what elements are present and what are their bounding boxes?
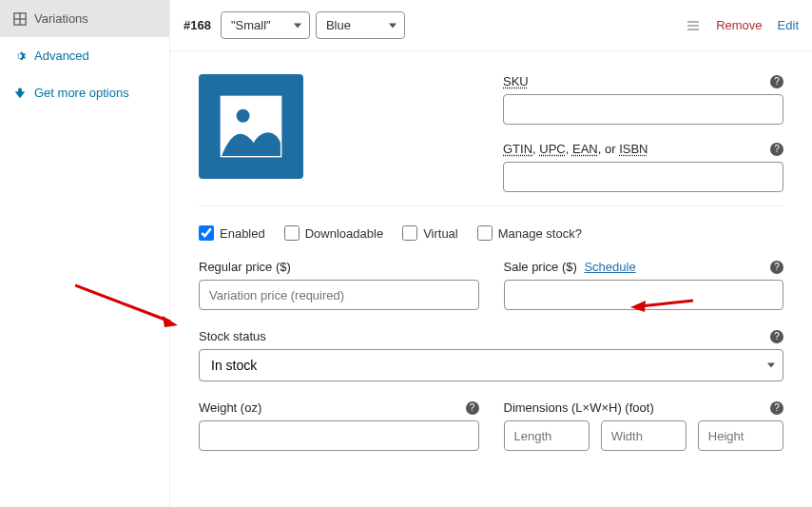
top-row: SKU ? GTIN, UPC, EAN, or ISBN ? <box>199 74 783 192</box>
sku-label-row: SKU ? <box>503 74 783 88</box>
svg-line-11 <box>640 301 693 306</box>
gear-icon <box>13 49 27 63</box>
top-fields: SKU ? GTIN, UPC, EAN, or ISBN ? <box>351 74 783 192</box>
regular-price-label: Regular price ($) <box>199 260 291 274</box>
sale-price-label: Sale price ($) <box>504 260 577 274</box>
enabled-label: Enabled <box>220 226 265 241</box>
annotation-arrow-left <box>75 276 189 333</box>
stock-status-field: Stock status ? In stock <box>199 329 783 381</box>
stock-status-label-row: Stock status ? <box>199 329 783 343</box>
extensions-icon <box>13 87 27 100</box>
weight-input[interactable] <box>199 420 479 451</box>
manage-stock-label: Manage stock? <box>498 226 582 241</box>
dimensions-label-row: Dimensions (L×W×H) (foot) ? <box>504 400 784 415</box>
schedule-link[interactable]: Schedule <box>584 260 635 274</box>
variation-image-upload[interactable] <box>199 74 303 179</box>
variation-header: #168 "Small" Blue Remove Edit <box>170 0 812 51</box>
enabled-checkbox[interactable] <box>199 225 214 241</box>
help-icon[interactable]: ? <box>770 75 783 88</box>
downloadable-label: Downloadable <box>305 226 383 241</box>
attribute2-select-wrap: Blue <box>316 11 405 39</box>
attribute1-select[interactable]: "Small" <box>221 11 310 39</box>
height-input[interactable] <box>698 420 783 451</box>
sku-label: SKU <box>503 74 529 88</box>
downloadable-checkbox[interactable] <box>284 225 300 241</box>
weight-label: Weight (oz) <box>199 400 261 415</box>
weight-label-row: Weight (oz) ? <box>199 400 479 415</box>
sidebar-item-label: Variations <box>34 11 88 26</box>
variation-id: #168 <box>184 18 211 32</box>
virtual-checkbox[interactable] <box>402 225 417 241</box>
variation-body: SKU ? GTIN, UPC, EAN, or ISBN ? <box>170 51 812 470</box>
help-icon[interactable]: ? <box>770 401 783 415</box>
width-input[interactable] <box>601 420 686 451</box>
divider <box>199 205 783 206</box>
stock-status-select[interactable]: In stock <box>199 349 783 381</box>
svg-line-9 <box>75 285 170 322</box>
svg-point-8 <box>237 109 250 123</box>
sidebar-item-label: Advanced <box>34 49 89 63</box>
svg-marker-12 <box>630 301 646 312</box>
help-icon[interactable]: ? <box>770 143 783 156</box>
gtin-input[interactable] <box>503 162 783 192</box>
product-data-sidebar: Variations Advanced Get more options <box>0 0 169 507</box>
attribute2-select[interactable]: Blue <box>316 11 405 39</box>
sku-field-group: SKU ? <box>503 74 783 125</box>
virtual-label: Virtual <box>423 226 458 241</box>
variation-panel: #168 "Small" Blue Remove Edit <box>169 0 812 507</box>
variations-icon <box>13 12 27 26</box>
length-input[interactable] <box>504 420 590 451</box>
annotation-arrow-right <box>627 293 693 316</box>
help-icon[interactable]: ? <box>466 401 479 415</box>
weight-field: Weight (oz) ? <box>199 400 479 451</box>
sidebar-item-advanced[interactable]: Advanced <box>0 37 169 74</box>
menu-icon[interactable] <box>686 19 701 32</box>
variation-header-actions: Remove Edit <box>686 18 799 32</box>
stock-status-select-wrap: In stock <box>199 349 783 381</box>
regular-price-label-row: Regular price ($) <box>199 260 479 274</box>
svg-marker-10 <box>163 316 178 327</box>
regular-price-field: Regular price ($) <box>199 260 479 310</box>
checkbox-row: Enabled Downloadable Virtual Manage stoc… <box>199 222 783 252</box>
manage-stock-checkbox-wrap[interactable]: Manage stock? <box>477 225 582 241</box>
sku-input[interactable] <box>503 94 783 125</box>
form-grid: Regular price ($) Sale price ($) Schedul… <box>199 260 783 451</box>
dimensions-field: Dimensions (L×W×H) (foot) ? <box>504 400 784 451</box>
sale-price-label-group: Sale price ($) Schedule <box>504 260 636 274</box>
virtual-checkbox-wrap[interactable]: Virtual <box>402 225 458 241</box>
sidebar-item-label: Get more options <box>34 86 129 100</box>
dimensions-label: Dimensions (L×W×H) (foot) <box>504 400 654 415</box>
manage-stock-checkbox[interactable] <box>477 225 493 241</box>
stock-status-label: Stock status <box>199 329 266 343</box>
sale-price-label-row: Sale price ($) Schedule ? <box>504 260 784 274</box>
enabled-checkbox-wrap[interactable]: Enabled <box>199 225 265 241</box>
gtin-label-row: GTIN, UPC, EAN, or ISBN ? <box>503 142 783 156</box>
image-placeholder-icon <box>208 84 294 169</box>
remove-link[interactable]: Remove <box>716 18 762 32</box>
sidebar-item-variations[interactable]: Variations <box>0 0 169 37</box>
gtin-field-group: GTIN, UPC, EAN, or ISBN ? <box>503 142 783 192</box>
dimensions-inputs <box>504 420 784 451</box>
sidebar-item-more-options[interactable]: Get more options <box>0 74 169 111</box>
attribute1-select-wrap: "Small" <box>221 11 310 39</box>
gtin-label: GTIN, UPC, EAN, or ISBN <box>503 142 648 156</box>
edit-link[interactable]: Edit <box>778 18 799 32</box>
help-icon[interactable]: ? <box>770 330 783 343</box>
help-icon[interactable]: ? <box>770 261 783 274</box>
regular-price-input[interactable] <box>199 280 479 310</box>
downloadable-checkbox-wrap[interactable]: Downloadable <box>284 225 383 241</box>
